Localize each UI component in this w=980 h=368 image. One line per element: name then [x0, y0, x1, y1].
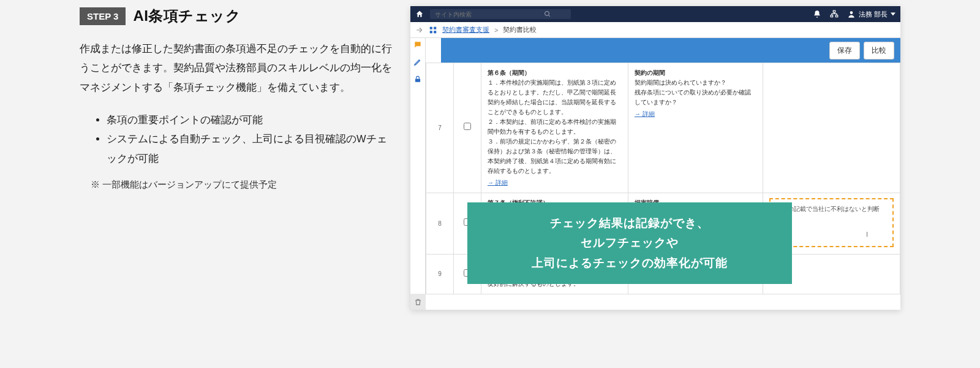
detail-link[interactable]: → 詳細 — [488, 178, 508, 188]
step-description: 作成または修正した契約書面の条項過不足のチェックを自動的に行うことができます。契… — [80, 39, 392, 97]
text-cursor-icon: I — [866, 230, 868, 240]
breadcrumb-bar: 契約書審査支援 > 契約書比較 — [410, 22, 900, 38]
clause-title: 第６条（期間） — [488, 68, 622, 78]
svg-rect-10 — [415, 79, 420, 82]
chevron-down-icon — [891, 12, 895, 17]
breadcrumb-current: 契約書比較 — [503, 25, 537, 34]
row-number: 7 — [426, 63, 454, 193]
svg-rect-9 — [434, 31, 436, 33]
trash-icon[interactable] — [410, 294, 426, 310]
svg-rect-4 — [835, 15, 838, 17]
search-field[interactable] — [430, 9, 571, 19]
app-topbar: 法務 部長 — [410, 6, 900, 22]
breadcrumb-separator: > — [494, 26, 498, 34]
user-name: 法務 部長 — [859, 10, 888, 19]
user-icon — [847, 10, 856, 18]
feature-bullets: 条項の重要ポイントの確認が可能 システムによる自動チェック、上司による目視確認の… — [80, 110, 392, 168]
breadcrumb-link[interactable]: 契約書審査支援 — [442, 25, 489, 34]
svg-rect-3 — [831, 15, 833, 17]
svg-rect-7 — [434, 26, 436, 29]
bullet-item: システムによる自動チェック、上司による目視確認のWチェックが可能 — [107, 129, 392, 168]
check-title: 契約の期間 — [635, 68, 756, 78]
step-header: STEP 3 AI条項チェック — [80, 6, 392, 26]
bell-icon[interactable] — [813, 10, 821, 18]
overlay-line: セルフチェックや — [473, 233, 786, 253]
user-menu[interactable]: 法務 部長 — [847, 10, 895, 19]
footnote: ※ 一部機能はバージョンアップにて提供予定 — [80, 179, 392, 191]
search-icon — [544, 10, 551, 18]
overlay-line: 上司によるチェックの効率化が可能 — [473, 253, 786, 273]
table-row: 7 第６条（期間） １．本件検討の実施期間は、別紙第３項に定めるとおりとします。… — [426, 63, 900, 193]
overlay-line: チェック結果は記録ができ、 — [473, 213, 786, 233]
home-icon[interactable] — [415, 10, 424, 18]
expand-icon[interactable] — [415, 26, 424, 34]
bullet-item: 条項の重要ポイントの確認が可能 — [107, 110, 392, 129]
memo-cell[interactable] — [763, 63, 900, 193]
lock-icon[interactable] — [413, 75, 422, 83]
svg-rect-8 — [430, 31, 432, 33]
svg-point-5 — [850, 11, 853, 14]
org-icon[interactable] — [830, 10, 839, 18]
comment-icon[interactable] — [413, 40, 422, 49]
pencil-icon[interactable] — [413, 58, 422, 66]
save-button[interactable]: 保存 — [829, 42, 860, 59]
search-input[interactable] — [435, 11, 539, 18]
app-screenshot: 法務 部長 契約書審査支援 > 契約書比較 — [410, 6, 900, 310]
check-body: 契約期間は決められていますか？ 残存条項についての取り決めが必要か確認しています… — [635, 78, 756, 107]
callout-overlay: チェック結果は記録ができ、 セルフチェックや 上司によるチェックの効率化が可能 — [467, 202, 792, 284]
grid-icon[interactable] — [429, 26, 437, 34]
action-bar: 保存 比較 — [441, 38, 900, 63]
step-title: AI条項チェック — [133, 6, 241, 26]
svg-rect-2 — [833, 10, 835, 12]
svg-rect-6 — [430, 26, 432, 29]
compare-button[interactable]: 比較 — [864, 42, 894, 59]
step-badge: STEP 3 — [80, 7, 126, 25]
row-number: 9 — [426, 255, 454, 294]
row-number: 8 — [426, 193, 454, 255]
tool-sidebar — [410, 38, 426, 301]
svg-point-0 — [545, 12, 549, 16]
detail-link[interactable]: → 詳細 — [635, 109, 655, 119]
svg-line-1 — [549, 15, 551, 17]
clause-body: １．本件検討の実施期間は、別紙第３項に定めるとおりとします。ただし、甲乙間で期間… — [488, 78, 622, 176]
row-checkbox[interactable] — [464, 123, 471, 130]
